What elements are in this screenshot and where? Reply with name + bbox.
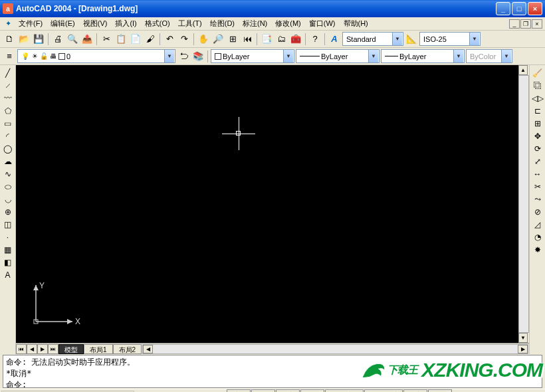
ellipse-icon[interactable]: ⬭ xyxy=(1,180,15,193)
scroll-up-icon[interactable]: ▲ xyxy=(518,65,528,75)
zoom-rt-icon[interactable]: 🔎 xyxy=(211,33,225,46)
chevron-down-icon[interactable] xyxy=(283,50,293,62)
osnap-toggle[interactable]: 对象捕捉 xyxy=(325,389,364,392)
scroll-down-icon[interactable]: ▼ xyxy=(518,333,528,343)
array-icon[interactable]: ⊞ xyxy=(531,117,544,130)
tab-first-icon[interactable]: ⏮ xyxy=(16,344,27,354)
tab-model[interactable]: 模型 xyxy=(58,344,84,354)
chevron-down-icon[interactable] xyxy=(453,50,463,62)
menu-draw[interactable]: 绘图(D) xyxy=(206,17,239,30)
rectangle-icon[interactable]: ▭ xyxy=(1,117,15,130)
explode-icon[interactable]: ✸ xyxy=(531,243,544,256)
open-icon[interactable]: 📂 xyxy=(17,33,31,46)
chamfer-icon[interactable]: ◿ xyxy=(531,218,544,231)
region-icon[interactable]: ◧ xyxy=(1,256,15,268)
snap-toggle[interactable]: 捕捉 xyxy=(227,389,251,392)
fillet-icon[interactable]: ◔ xyxy=(531,231,544,243)
erase-icon[interactable]: 🧹 xyxy=(531,66,544,79)
scale-icon[interactable]: ⤢ xyxy=(531,155,544,167)
menu-file[interactable]: 文件(F) xyxy=(15,17,47,30)
chevron-down-icon[interactable] xyxy=(164,50,174,62)
layer-prev-icon[interactable]: ⮌ xyxy=(177,50,190,63)
mirror-icon[interactable]: ◁▷ xyxy=(531,92,544,104)
print-icon[interactable]: 🖨 xyxy=(51,33,64,46)
toolpalette-icon[interactable]: 🧰 xyxy=(289,33,302,46)
offset-icon[interactable]: ⊏ xyxy=(531,104,544,117)
extend-icon[interactable]: ⤳ xyxy=(531,193,544,205)
menu-dimension[interactable]: 标注(N) xyxy=(239,17,271,30)
copy-icon[interactable]: 📋 xyxy=(114,33,128,46)
new-icon[interactable]: 🗋 xyxy=(3,33,16,46)
tab-next-icon[interactable]: ▶ xyxy=(37,344,48,354)
line-icon[interactable]: ╱ xyxy=(1,66,15,79)
menu-view[interactable]: 视图(V) xyxy=(79,17,112,30)
zoom-win-icon[interactable]: ⊞ xyxy=(226,33,239,46)
tab-last-icon[interactable]: ⏭ xyxy=(48,344,58,354)
otrack-toggle[interactable]: 对象追踪 xyxy=(364,389,403,392)
color-dropdown[interactable]: ByLayer xyxy=(211,49,294,63)
tab-prev-icon[interactable]: ◀ xyxy=(27,344,37,354)
mdi-restore-button[interactable]: ❐ xyxy=(520,19,531,29)
redo-icon[interactable]: ↷ xyxy=(177,33,191,46)
hatch-icon[interactable]: ▦ xyxy=(1,243,15,256)
lineweight-dropdown[interactable]: ByLayer xyxy=(381,49,465,63)
command-prompt[interactable]: 命令: xyxy=(6,379,539,388)
rotate-icon[interactable]: ⟳ xyxy=(531,142,544,155)
menu-format[interactable]: 格式(O) xyxy=(141,17,174,30)
match-icon[interactable]: 🖌 xyxy=(144,33,157,46)
revcloud-icon[interactable]: ☁ xyxy=(1,155,15,167)
designcenter-icon[interactable]: 🗂 xyxy=(274,33,288,46)
mdi-close-button[interactable]: × xyxy=(532,19,542,29)
grid-toggle[interactable]: 删格 xyxy=(251,389,275,392)
command-window[interactable]: 命令: 无法启动实时助手应用程序。 *取消* 命令: xyxy=(3,355,542,388)
dimstyle-icon[interactable]: 📐 xyxy=(405,33,418,46)
menu-tools[interactable]: 工具(T) xyxy=(174,17,206,30)
layer-dropdown[interactable]: 💡 ☀ 🔓 🖶 0 xyxy=(17,49,175,63)
maximize-button[interactable]: □ xyxy=(512,2,526,15)
insert-block-icon[interactable]: ⊕ xyxy=(1,205,15,218)
circle-icon[interactable]: ◯ xyxy=(1,142,15,155)
lwt-toggle[interactable]: 线宽 xyxy=(403,389,427,392)
break-icon[interactable]: ⊘ xyxy=(531,205,544,218)
help-icon[interactable]: ? xyxy=(308,33,322,46)
layer-states-icon[interactable]: 📚 xyxy=(191,50,205,63)
scroll-left-icon[interactable]: ◀ xyxy=(143,345,153,353)
horizontal-scrollbar[interactable]: ◀ ▶ xyxy=(142,344,528,354)
ellipse-arc-icon[interactable]: ◡ xyxy=(1,193,15,205)
linetype-dropdown[interactable]: ByLayer xyxy=(296,49,380,63)
scroll-right-icon[interactable]: ▶ xyxy=(518,345,528,353)
chevron-down-icon[interactable] xyxy=(469,33,479,45)
zoom-prev-icon[interactable]: ⏮ xyxy=(241,33,254,46)
menu-edit[interactable]: 编辑(E) xyxy=(47,17,79,30)
text-style-dropdown[interactable]: Standard xyxy=(342,32,403,46)
pan-icon[interactable]: ✋ xyxy=(197,33,210,46)
mtext-icon[interactable]: A xyxy=(1,268,15,281)
copy-obj-icon[interactable]: ⿻ xyxy=(531,79,544,92)
menu-help[interactable]: 帮助(H) xyxy=(340,17,372,30)
layer-manager-icon[interactable]: ≡ xyxy=(3,50,16,63)
tab-layout2[interactable]: 布局2 xyxy=(113,344,142,354)
tab-layout1[interactable]: 布局1 xyxy=(84,344,113,354)
trim-icon[interactable]: ✂ xyxy=(531,180,544,193)
dim-style-dropdown[interactable]: ISO-25 xyxy=(419,32,481,46)
model-toggle[interactable]: 模型 xyxy=(428,389,452,392)
vertical-scrollbar[interactable]: ▲ ▼ xyxy=(518,65,529,343)
undo-icon[interactable]: ↶ xyxy=(163,33,176,46)
menu-modify[interactable]: 修改(M) xyxy=(271,17,305,30)
publish-icon[interactable]: 📤 xyxy=(80,33,94,46)
save-icon[interactable]: 💾 xyxy=(32,33,45,46)
ortho-toggle[interactable]: 正交 xyxy=(276,389,300,392)
paste-icon[interactable]: 📄 xyxy=(129,33,142,46)
polygon-icon[interactable]: ⬠ xyxy=(1,104,15,117)
spline-icon[interactable]: ∿ xyxy=(1,167,15,180)
menu-window[interactable]: 窗口(W) xyxy=(305,17,340,30)
point-icon[interactable]: · xyxy=(1,231,15,243)
close-button[interactable]: × xyxy=(528,2,542,15)
cut-icon[interactable]: ✂ xyxy=(100,33,113,46)
make-block-icon[interactable]: ◫ xyxy=(1,218,15,231)
chevron-down-icon[interactable] xyxy=(368,50,378,62)
app-menu-icon[interactable]: ✦ xyxy=(3,19,13,29)
pline-icon[interactable]: 〰 xyxy=(1,92,15,104)
xline-icon[interactable]: ⟋ xyxy=(1,79,15,92)
minimize-button[interactable]: _ xyxy=(496,2,510,15)
